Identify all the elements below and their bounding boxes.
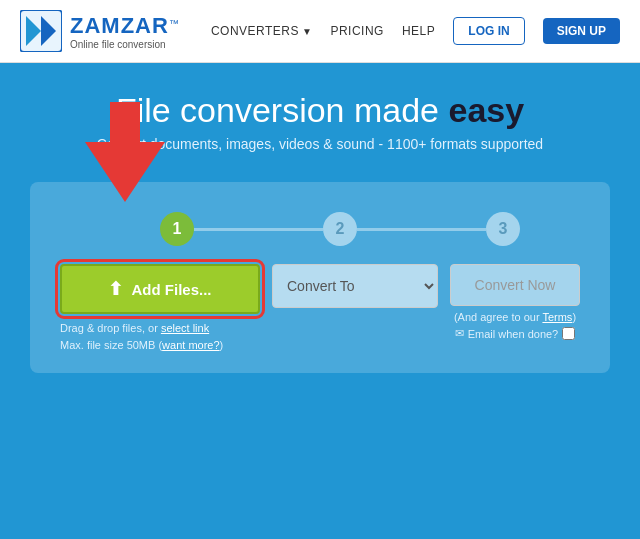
logo-area: ZAMZAR™ Online file conversion [20,10,179,52]
email-icon: ✉ [455,327,464,340]
terms-link[interactable]: Terms [542,311,572,323]
convert-to-select[interactable]: Convert To [272,264,438,308]
nav-links: CONVERTERS ▼ PRICING HELP LOG IN SIGN UP [211,17,620,45]
select-link[interactable]: select link [161,322,209,334]
step-line-2 [357,228,486,231]
step-3-circle: 3 [486,212,520,246]
zamzar-logo-icon [20,10,62,52]
want-more-link[interactable]: want more? [162,339,219,351]
logo-name: ZAMZAR™ [70,13,179,39]
nav-converters[interactable]: CONVERTERS ▼ [211,24,313,38]
convert-now-button[interactable]: Convert Now [450,264,580,306]
file-hint: Drag & drop files, or select link Max. f… [60,320,260,353]
steps-row: 1 2 3 [60,212,580,246]
red-arrow [85,102,165,202]
email-row: ✉ Email when done? [450,327,580,340]
col-convert-to: Convert To [272,264,438,308]
svg-marker-3 [85,102,165,202]
controls-row: ⬆ Add Files... Drag & drop files, or sel… [60,264,580,353]
logo-subtitle: Online file conversion [70,39,179,50]
add-files-button[interactable]: ⬆ Add Files... [60,264,260,314]
chevron-down-icon: ▼ [302,26,312,37]
step-2-circle: 2 [323,212,357,246]
logo-text: ZAMZAR™ Online file conversion [70,13,179,50]
signup-button[interactable]: SIGN UP [543,18,620,44]
step-line-1 [194,228,323,231]
navbar: ZAMZAR™ Online file conversion CONVERTER… [0,0,640,63]
upload-icon: ⬆ [108,278,123,300]
email-checkbox[interactable] [562,327,575,340]
agree-text: (And agree to our Terms) [450,311,580,323]
col-add-files: ⬆ Add Files... Drag & drop files, or sel… [60,264,260,353]
step-1-circle: 1 [160,212,194,246]
converter-section: 1 2 3 ⬆ Add Files... Drag & drop files, … [30,182,610,373]
nav-pricing[interactable]: PRICING [330,24,384,38]
col-convert-now: Convert Now (And agree to our Terms) ✉ E… [450,264,580,340]
login-button[interactable]: LOG IN [453,17,524,45]
nav-help[interactable]: HELP [402,24,435,38]
